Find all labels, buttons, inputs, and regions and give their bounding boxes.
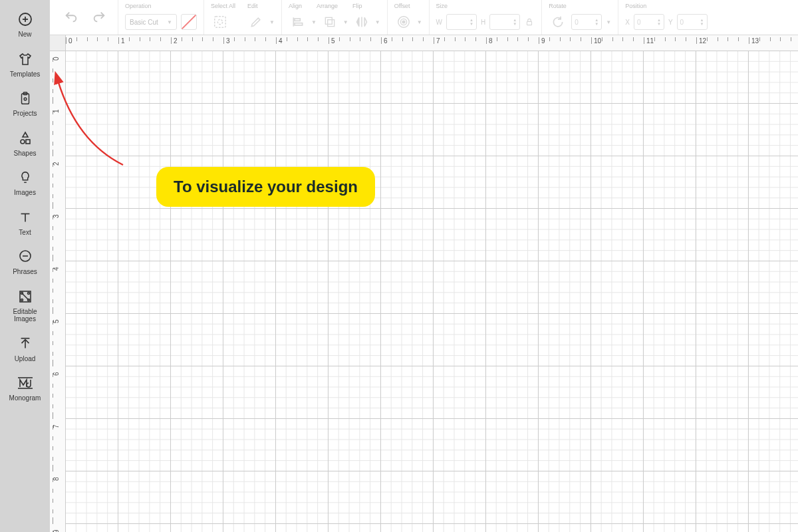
svg-rect-23 bbox=[215, 17, 226, 28]
flip-button[interactable] bbox=[352, 13, 371, 31]
sidebar-label: Text bbox=[19, 229, 31, 237]
height-label: H bbox=[481, 19, 485, 26]
width-input[interactable]: ▲▼ bbox=[446, 14, 477, 30]
align-button[interactable] bbox=[289, 13, 307, 31]
plus-circle-icon bbox=[17, 11, 34, 28]
sidebar-label: New bbox=[18, 31, 31, 39]
svg-point-16 bbox=[21, 299, 23, 301]
ruler-vertical: 0123456789 bbox=[50, 51, 66, 532]
operation-select[interactable]: Basic Cut▼ bbox=[125, 14, 177, 30]
clipboard-icon bbox=[17, 90, 34, 107]
sidebar-label: Phrases bbox=[13, 268, 37, 276]
svg-point-33 bbox=[402, 21, 405, 23]
redo-button[interactable] bbox=[90, 9, 108, 26]
rotate-button[interactable] bbox=[549, 13, 567, 31]
size-label: Size bbox=[436, 3, 448, 9]
sidebar-label: Shapes bbox=[14, 150, 37, 158]
select-all-button[interactable] bbox=[211, 13, 229, 31]
arrange-label: Arrange bbox=[317, 3, 338, 10]
top-toolbar: Operation Basic Cut▼ Select All Edit bbox=[50, 0, 798, 35]
edit-label: Edit bbox=[247, 3, 258, 10]
arrange-button[interactable] bbox=[321, 13, 339, 31]
bulb-icon bbox=[17, 169, 34, 186]
svg-point-6 bbox=[21, 140, 25, 144]
operation-label: Operation bbox=[125, 3, 197, 10]
shapes-icon bbox=[17, 130, 34, 147]
svg-rect-26 bbox=[295, 19, 300, 21]
canvas-area: 01234567891011121314 0123456789 To visua… bbox=[50, 35, 798, 532]
chat-icon bbox=[17, 248, 34, 265]
sidebar-label: Templates bbox=[10, 70, 41, 78]
sidebar-item-shapes[interactable]: Shapes bbox=[0, 123, 50, 163]
rotate-label: Rotate bbox=[549, 3, 567, 9]
shirt-icon bbox=[17, 51, 34, 68]
text-icon bbox=[17, 209, 34, 226]
sidebar-item-templates[interactable]: Templates bbox=[0, 44, 50, 84]
monogram-icon bbox=[17, 374, 34, 392]
svg-point-15 bbox=[27, 292, 29, 294]
y-input[interactable]: 0▲▼ bbox=[677, 14, 708, 30]
undo-button[interactable] bbox=[62, 9, 80, 26]
sidebar-label: Upload bbox=[15, 355, 36, 363]
width-label: W bbox=[436, 19, 442, 26]
editable-icon bbox=[17, 288, 34, 305]
svg-point-24 bbox=[217, 19, 222, 24]
sidebar-label: Monogram bbox=[9, 394, 41, 402]
sidebar-label: Images bbox=[14, 189, 36, 197]
svg-point-5 bbox=[24, 98, 27, 100]
sidebar-item-new[interactable]: New bbox=[0, 4, 50, 44]
svg-rect-28 bbox=[325, 17, 332, 24]
offset-button[interactable] bbox=[394, 13, 413, 31]
sidebar-item-editable-images[interactable]: Editable Images bbox=[0, 281, 50, 329]
align-label: Align bbox=[289, 3, 302, 10]
y-label: Y bbox=[668, 19, 673, 26]
sidebar-label: Editable Images bbox=[13, 308, 37, 323]
flip-label: Flip bbox=[352, 3, 362, 10]
color-swatch[interactable] bbox=[181, 14, 197, 30]
svg-rect-29 bbox=[328, 20, 334, 27]
height-input[interactable]: ▲▼ bbox=[489, 14, 520, 30]
svg-rect-34 bbox=[527, 21, 532, 25]
lock-aspect-icon[interactable] bbox=[524, 13, 535, 31]
upload-icon bbox=[17, 335, 34, 352]
rotate-input[interactable]: 0▲▼ bbox=[571, 14, 602, 30]
offset-label: Offset bbox=[394, 3, 410, 9]
select-all-label: Select All bbox=[211, 3, 235, 10]
annotation-callout: To visualize your design bbox=[156, 167, 375, 207]
x-input[interactable]: 0▲▼ bbox=[634, 14, 664, 30]
sidebar-item-projects[interactable]: Projects bbox=[0, 83, 50, 123]
sidebar-item-text[interactable]: Text bbox=[0, 202, 50, 242]
sidebar-item-monogram[interactable]: Monogram bbox=[0, 368, 50, 408]
sidebar-item-phrases[interactable]: Phrases bbox=[0, 241, 50, 281]
operation-value: Basic Cut bbox=[130, 19, 158, 26]
operation-group: Operation Basic Cut▼ bbox=[118, 0, 204, 35]
position-label: Position bbox=[625, 3, 646, 9]
ruler-horizontal: 01234567891011121314 bbox=[66, 35, 798, 51]
sidebar-label: Projects bbox=[13, 110, 37, 118]
svg-rect-7 bbox=[26, 140, 30, 144]
sidebar-item-upload[interactable]: Upload bbox=[0, 329, 50, 368]
ruler-corner bbox=[50, 35, 66, 51]
sidebar-item-images[interactable]: Images bbox=[0, 162, 50, 202]
design-canvas[interactable] bbox=[66, 51, 798, 532]
x-label: X bbox=[625, 19, 630, 26]
left-sidebar: New Templates Projects Shapes Images bbox=[0, 0, 50, 532]
edit-button[interactable] bbox=[247, 13, 265, 31]
svg-rect-27 bbox=[295, 23, 303, 25]
